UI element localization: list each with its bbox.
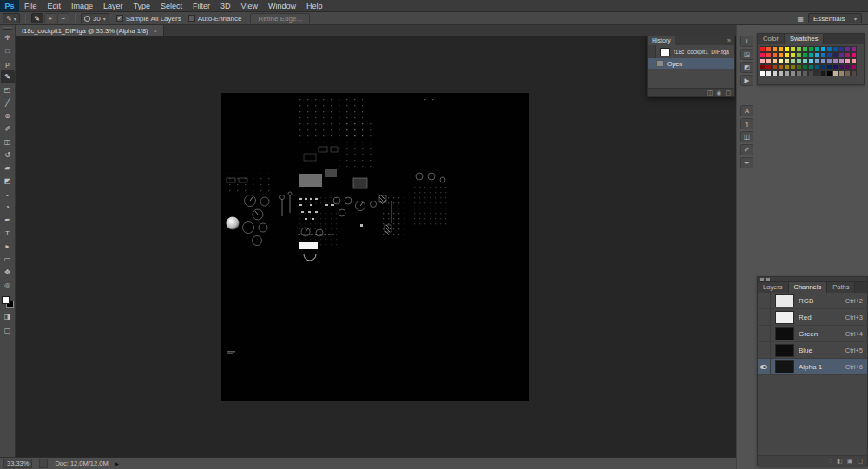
- color-swatch[interactable]: [784, 52, 790, 58]
- styles-panel-icon[interactable]: ◩: [740, 62, 753, 73]
- color-swatch[interactable]: [784, 64, 790, 70]
- color-swatch[interactable]: [772, 58, 778, 64]
- color-swatch[interactable]: [784, 58, 790, 64]
- color-swatch[interactable]: [851, 64, 857, 70]
- color-swatch[interactable]: [845, 46, 851, 52]
- delete-state-icon[interactable]: ▢: [725, 89, 731, 96]
- color-swatch[interactable]: [851, 70, 857, 76]
- color-swatch[interactable]: [851, 58, 857, 64]
- color-swatch[interactable]: [766, 58, 772, 64]
- delete-channel-icon[interactable]: ▢: [857, 458, 863, 465]
- color-swatch[interactable]: [778, 64, 784, 70]
- visibility-empty-cell[interactable]: [758, 326, 771, 342]
- screen-mode-button[interactable]: ▢: [1, 325, 15, 336]
- menu-view[interactable]: View: [236, 0, 263, 12]
- color-swatch[interactable]: [796, 70, 802, 76]
- document-tab[interactable]: f18c_cockpit1_DIF.tga @ 33.3% (Alpha 1/8…: [16, 25, 164, 36]
- color-swatch[interactable]: [851, 52, 857, 58]
- color-swatch[interactable]: [796, 52, 802, 58]
- color-swatch[interactable]: [766, 70, 772, 76]
- color-swatch[interactable]: [766, 64, 772, 70]
- color-swatch[interactable]: [778, 46, 784, 52]
- workspace-selector[interactable]: Essentials ▾: [808, 13, 862, 23]
- new-selection-mode-button[interactable]: ✎: [31, 13, 43, 23]
- visibility-eye-icon[interactable]: [758, 359, 771, 375]
- color-swatch[interactable]: [826, 46, 832, 52]
- character-panel-icon[interactable]: A: [740, 105, 753, 116]
- foreground-color-chip[interactable]: [2, 296, 10, 304]
- color-swatch[interactable]: [784, 70, 790, 76]
- save-selection-as-channel-icon[interactable]: ◧: [837, 458, 843, 465]
- channel-row-red[interactable]: RedCtrl+3: [758, 309, 867, 326]
- collapse-panel-icon[interactable]: »: [727, 37, 734, 43]
- color-swatch[interactable]: [802, 46, 808, 52]
- color-swatch[interactable]: [784, 46, 790, 52]
- history-panel-tab[interactable]: History: [648, 36, 675, 45]
- color-swatch[interactable]: [814, 58, 820, 64]
- close-icon[interactable]: ×: [154, 27, 158, 35]
- color-swatch[interactable]: [820, 46, 826, 52]
- menu-3d[interactable]: 3D: [215, 0, 236, 12]
- color-swatch[interactable]: [790, 46, 796, 52]
- color-swatch[interactable]: [832, 52, 838, 58]
- tool-presets-panel-icon[interactable]: ✒: [740, 157, 753, 168]
- color-swatch[interactable]: [832, 46, 838, 52]
- eyedropper-tool[interactable]: ╱: [1, 96, 15, 109]
- new-channel-icon[interactable]: ▣: [847, 458, 853, 465]
- history-snapshot-row[interactable]: f18c_cockpit1_DIF.tga: [648, 45, 734, 58]
- menu-file[interactable]: File: [19, 0, 43, 12]
- tab-channels[interactable]: Channels: [789, 282, 828, 293]
- tool-preset-dropdown[interactable]: ✎ ▾: [3, 13, 20, 23]
- subtract-from-selection-mode-button[interactable]: −: [57, 13, 69, 23]
- color-swatch[interactable]: [808, 58, 814, 64]
- color-swatch[interactable]: [826, 70, 832, 76]
- pen-tool[interactable]: ✒: [1, 214, 15, 227]
- menu-window[interactable]: Window: [263, 0, 301, 12]
- color-swatch[interactable]: [760, 46, 766, 52]
- color-swatch[interactable]: [796, 46, 802, 52]
- clone-source-panel-icon[interactable]: ◫: [740, 131, 753, 142]
- color-swatch[interactable]: [832, 58, 838, 64]
- color-swatch[interactable]: [790, 52, 796, 58]
- history-brush-tool[interactable]: ↺: [1, 149, 15, 162]
- color-swatch[interactable]: [820, 70, 826, 76]
- color-swatch[interactable]: [838, 58, 845, 64]
- color-swatch[interactable]: [778, 58, 784, 64]
- workspace-grid-icon[interactable]: ▦: [797, 15, 804, 23]
- color-swatch[interactable]: [772, 64, 778, 70]
- brush-picker-dropdown[interactable]: 30 ▾: [81, 13, 109, 23]
- path-selection-tool[interactable]: ▸: [1, 240, 15, 253]
- color-swatch[interactable]: [760, 58, 766, 64]
- menu-edit[interactable]: Edit: [43, 0, 67, 12]
- quick-mask-button[interactable]: ◨: [1, 311, 15, 322]
- type-tool[interactable]: T: [1, 227, 15, 240]
- panel-grip[interactable]: [3, 27, 12, 30]
- color-swatch[interactable]: [845, 58, 851, 64]
- gradient-tool[interactable]: ◩: [1, 175, 15, 188]
- color-swatch[interactable]: [802, 64, 808, 70]
- color-swatch[interactable]: [814, 46, 820, 52]
- refine-edge-button[interactable]: Refine Edge...: [250, 13, 310, 23]
- actions-panel-icon[interactable]: ▶: [740, 75, 753, 86]
- tab-color[interactable]: Color: [758, 34, 785, 44]
- color-swatch[interactable]: [820, 64, 826, 70]
- color-swatch[interactable]: [838, 64, 845, 70]
- color-swatch[interactable]: [838, 70, 845, 76]
- channel-row-rgb[interactable]: RGBCtrl+2: [758, 293, 867, 309]
- color-swatch[interactable]: [851, 46, 857, 52]
- color-swatch[interactable]: [820, 58, 826, 64]
- sample-all-layers-checkbox[interactable]: ✓ Sample All Layers: [116, 15, 181, 23]
- rectangular-marquee-tool[interactable]: □: [1, 44, 15, 57]
- history-state[interactable]: Open: [648, 58, 734, 69]
- info-panel-icon[interactable]: i: [740, 36, 753, 47]
- adjustments-panel-icon[interactable]: ◳: [740, 49, 753, 60]
- color-swatch[interactable]: [826, 58, 832, 64]
- color-swatch[interactable]: [826, 52, 832, 58]
- auto-enhance-checkbox[interactable]: ✓ Auto-Enhance: [188, 15, 242, 23]
- menu-filter[interactable]: Filter: [187, 0, 215, 12]
- color-swatch[interactable]: [838, 52, 845, 58]
- color-swatch[interactable]: [808, 70, 814, 76]
- color-swatch[interactable]: [766, 46, 772, 52]
- clone-stamp-tool[interactable]: ◫: [1, 135, 15, 149]
- hand-tool[interactable]: ✥: [1, 266, 15, 279]
